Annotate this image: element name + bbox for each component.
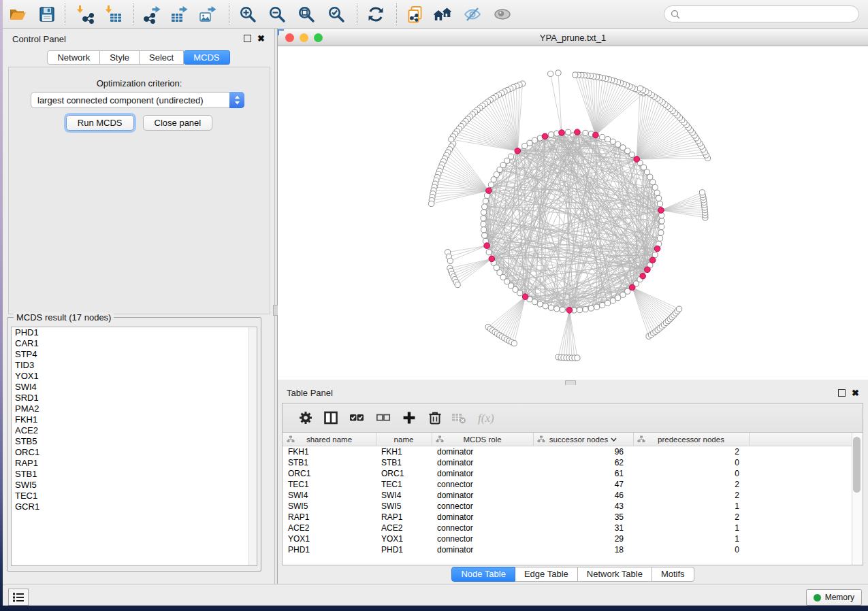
close-panel-icon[interactable]: ✖: [257, 35, 265, 42]
tab-network[interactable]: Network: [47, 50, 100, 65]
tab-mcds[interactable]: MCDS: [184, 50, 229, 65]
mcds-result-item[interactable]: ACE2: [12, 425, 257, 436]
task-history-button[interactable]: [8, 589, 29, 606]
function-builder-icon: f(x): [477, 410, 502, 427]
mcds-result-item[interactable]: ORC1: [12, 447, 257, 458]
save-session-icon[interactable]: [37, 5, 57, 24]
table-scrollbar[interactable]: [852, 433, 863, 565]
tab-style[interactable]: Style: [100, 50, 140, 65]
network-graph: [278, 46, 868, 380]
cell-MCDS-role: dominator: [437, 468, 473, 479]
table-row[interactable]: PHD1PHD1dominator180: [283, 544, 852, 555]
mcds-result-item[interactable]: TEC1: [12, 491, 257, 501]
export-table-icon[interactable]: [170, 5, 189, 24]
mcds-result-item[interactable]: SWI4: [12, 382, 257, 393]
mcds-list-scrollbar[interactable]: [248, 327, 257, 565]
mcds-result-item[interactable]: YOX1: [12, 371, 257, 382]
table-row[interactable]: FKH1FKH1dominator962: [283, 446, 852, 457]
mcds-result-item[interactable]: PHD1: [12, 327, 257, 338]
zoom-selected-icon[interactable]: [327, 5, 346, 24]
table-header: shared namenameMCDS rolesuccessor nodesp…: [283, 433, 852, 446]
tab-edge-table[interactable]: Edge Table: [515, 567, 578, 582]
mcds-result-item[interactable]: STP4: [12, 349, 257, 360]
close-panel-button[interactable]: Close panel: [143, 115, 213, 131]
import-network-icon[interactable]: [75, 5, 94, 24]
search-input[interactable]: [664, 5, 859, 22]
column-header-successor-nodes[interactable]: successor nodes: [533, 433, 634, 446]
table-row[interactable]: ORC1ORC1dominator610: [283, 468, 852, 479]
hide-selected-icon[interactable]: [463, 5, 482, 24]
split-columns-icon[interactable]: [323, 410, 340, 427]
optimization-criterion-dropdown[interactable]: largest connected component (undirected): [31, 92, 244, 108]
network-window-title: YPA_prune.txt_1: [278, 33, 868, 43]
search-icon: [671, 10, 680, 19]
zoom-fit-icon[interactable]: [297, 5, 316, 24]
table-row[interactable]: TEC1TEC1connector472: [283, 479, 852, 490]
settings-gear-icon[interactable]: [298, 410, 315, 427]
network-canvas[interactable]: [278, 46, 868, 380]
cell-successor-nodes: 43: [533, 501, 624, 512]
deselect-all-icon[interactable]: [376, 410, 392, 427]
table-panel-title: Table Panel: [287, 388, 333, 398]
cell-successor-nodes: 29: [533, 533, 624, 544]
refresh-icon[interactable]: [366, 5, 385, 24]
mcds-result-item[interactable]: GCR1: [12, 501, 257, 512]
close-table-panel-icon[interactable]: ✖: [852, 390, 859, 396]
import-table-icon[interactable]: [103, 5, 123, 24]
float-panel-icon[interactable]: [244, 35, 251, 42]
mcds-result-item[interactable]: STB1: [12, 469, 257, 480]
focus-indicator: [278, 29, 284, 35]
show-all-icon[interactable]: [493, 5, 512, 24]
mcds-result-item[interactable]: PMA2: [12, 403, 257, 414]
cell-predecessor-nodes: 2: [633, 490, 739, 501]
column-header-MCDS-role[interactable]: MCDS role: [432, 433, 534, 446]
cell-name: PHD1: [381, 544, 403, 555]
cell-MCDS-role: dominator: [437, 544, 473, 555]
add-column-icon[interactable]: [402, 410, 418, 427]
table-row[interactable]: RAP1RAP1dominator352: [283, 512, 852, 523]
memory-button[interactable]: Memory: [806, 589, 862, 606]
column-type-icon: [637, 435, 645, 444]
table-row[interactable]: SWI5SWI5connector431: [283, 501, 852, 512]
export-image-icon[interactable]: [199, 5, 218, 24]
table-row[interactable]: STB1STB1dominator620: [283, 457, 852, 468]
mcds-tab-content: Optimization criterion: largest connecte…: [8, 67, 270, 314]
column-header-shared-name[interactable]: shared name: [283, 433, 376, 446]
cell-predecessor-nodes: 1: [633, 523, 739, 533]
network-window-titlebar: YPA_prune.txt_1: [278, 29, 868, 46]
table-row[interactable]: SWI4SWI4dominator462: [283, 490, 852, 501]
table-scrollbar-thumb[interactable]: [853, 437, 861, 493]
mcds-result-item[interactable]: SWI5: [12, 480, 257, 491]
table-row[interactable]: YOX1YOX1connector291: [283, 533, 852, 544]
zoom-out-icon[interactable]: [268, 5, 287, 24]
cell-MCDS-role: connector: [437, 533, 473, 544]
tab-select[interactable]: Select: [140, 50, 184, 65]
run-mcds-button[interactable]: Run MCDS: [66, 115, 134, 131]
cell-successor-nodes: 47: [533, 479, 624, 490]
select-all-icon[interactable]: [349, 410, 366, 427]
first-neighbors-icon[interactable]: [433, 5, 452, 24]
network-file-icon[interactable]: [406, 5, 425, 24]
cell-name: ACE2: [381, 523, 402, 533]
table-row[interactable]: ACE2ACE2connector311: [283, 523, 852, 533]
cell-MCDS-role: connector: [437, 479, 473, 490]
cell-successor-nodes: 18: [533, 544, 624, 555]
open-file-icon[interactable]: [8, 5, 27, 24]
mcds-result-item[interactable]: CAR1: [12, 338, 257, 349]
float-table-panel-icon[interactable]: [838, 389, 846, 397]
column-header-predecessor-nodes[interactable]: predecessor nodes: [633, 433, 750, 446]
mcds-result-item[interactable]: TID3: [12, 360, 257, 371]
zoom-in-icon[interactable]: [238, 5, 257, 24]
mcds-result-list[interactable]: PHD1CAR1STP4TID3YOX1SWI4SRD1PMA2FKH1ACE2…: [11, 327, 257, 566]
mcds-result-item[interactable]: FKH1: [12, 414, 257, 425]
tab-network-table[interactable]: Network Table: [578, 567, 652, 582]
cell-shared-name: ACE2: [288, 523, 309, 533]
mcds-result-item[interactable]: RAP1: [12, 458, 257, 469]
export-network-icon[interactable]: [143, 5, 162, 24]
tab-motifs[interactable]: Motifs: [652, 567, 694, 582]
tab-node-table[interactable]: Node Table: [451, 567, 515, 582]
mcds-result-item[interactable]: SRD1: [12, 393, 257, 403]
column-header-name[interactable]: name: [376, 433, 432, 446]
mcds-result-item[interactable]: STB5: [12, 436, 257, 447]
delete-column-icon[interactable]: [428, 410, 444, 427]
